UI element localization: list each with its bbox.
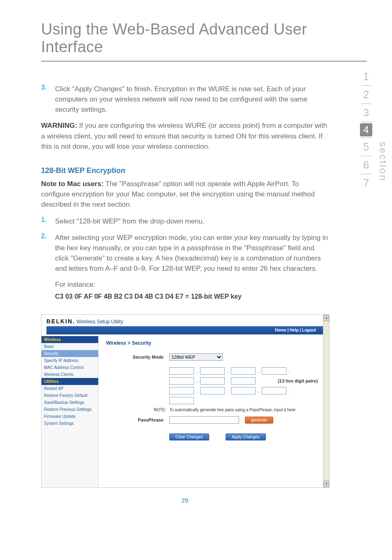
sidebar-item-system[interactable]: System Settings — [42, 420, 98, 427]
section-nav-3[interactable]: 3 — [354, 104, 378, 122]
passphrase-note: NOTE: To automatically generate hex pair… — [154, 408, 322, 412]
hex-field[interactable] — [262, 367, 286, 375]
page-title: Using the Web-Based Advanced User Interf… — [41, 21, 367, 56]
hex-field[interactable] — [231, 377, 256, 385]
clear-changes-button[interactable]: Clear Changes — [169, 433, 209, 440]
step-number: 3. — [41, 84, 55, 115]
sidebar-item-restore-prev[interactable]: Restore Previous Settings — [42, 406, 98, 413]
security-mode-select[interactable]: 128bit WEP — [169, 353, 223, 361]
top-links[interactable]: Home | Help | Logout — [275, 328, 316, 332]
sidebar-item-restore-default[interactable]: Restore Factory Default — [42, 392, 98, 399]
passphrase-label: PassPhrase — [106, 417, 169, 422]
subheading-128bit: 128-Bit WEP Encryption — [41, 166, 329, 175]
hex-field[interactable] — [169, 387, 194, 394]
hex-field[interactable] — [231, 387, 256, 394]
page-number: 29 — [41, 497, 329, 504]
shot-header: BELKIN. Wireless Setup Utility Home | He… — [42, 315, 329, 336]
security-mode-label: Security Mode — [106, 355, 169, 360]
step-text: After selecting your WEP encryption mode… — [55, 233, 329, 274]
title-divider — [41, 61, 367, 62]
hex-row-4 — [169, 397, 322, 404]
utility-screenshot: ▴ ▾ BELKIN. Wireless Setup Utility Home … — [41, 314, 330, 488]
step-number: 2. — [41, 233, 55, 274]
shot-sidebar: Wireless Basic Security Specify IP Addre… — [42, 336, 99, 488]
mac-note-label: Note to Mac users: — [41, 180, 104, 188]
section-nav: 1 2 3 4 5 6 7 — [354, 68, 378, 192]
apply-changes-button[interactable]: Apply Changes — [226, 433, 266, 440]
hex-field[interactable] — [200, 377, 225, 385]
section-nav-4-active[interactable]: 4 — [360, 123, 372, 136]
section-vertical-label: section — [377, 142, 389, 182]
sidebar-item-clients[interactable]: Wireless Clients — [42, 371, 98, 378]
hex-field[interactable] — [169, 397, 194, 404]
for-instance: For instance: — [55, 279, 329, 290]
section-nav-7[interactable]: 7 — [354, 174, 378, 192]
section-nav-2[interactable]: 2 — [354, 86, 378, 104]
hex-field[interactable] — [231, 367, 256, 375]
hex-example: C3 03 0F AF 0F 4B B2 C3 D4 4B C3 D4 E7 =… — [55, 293, 329, 300]
step-number: 1. — [41, 216, 55, 226]
warning-text: If you are configuring the wireless WURE… — [41, 122, 327, 150]
hex-field[interactable] — [262, 387, 286, 394]
security-mode-row: Security Mode 128bit WEP — [106, 353, 322, 361]
step-text: Click "Apply Changes" to finish. Encrypt… — [55, 84, 329, 115]
mac-note: Note to Mac users: The "Passphrase" opti… — [41, 179, 329, 210]
shot-panel: Wireless > Security Security Mode 128bit… — [99, 336, 329, 488]
sidebar-item-security[interactable]: Security — [42, 350, 98, 357]
step-text: Select "128-bit WEP" from the drop-down … — [55, 216, 205, 226]
sidebar-item-mac[interactable]: MAC Address Control — [42, 364, 98, 371]
section-nav-6[interactable]: 6 — [354, 156, 378, 174]
scroll-up-icon[interactable]: ▴ — [323, 315, 329, 321]
sidebar-group-utilities: Utilities — [42, 378, 98, 385]
warning-label: WARNING: — [41, 122, 77, 129]
sidebar-item-basic[interactable]: Basic — [42, 343, 98, 350]
hex-row-3: . . . . — [169, 387, 322, 394]
step-3: 3. Click "Apply Changes" to finish. Encr… — [41, 84, 329, 115]
sidebar-item-restart[interactable]: Restart AP — [42, 385, 98, 392]
section-nav-1[interactable]: 1 — [354, 68, 378, 85]
hex-field[interactable] — [200, 367, 225, 375]
hex-field[interactable] — [200, 387, 225, 394]
breadcrumb: Wireless > Security — [106, 340, 322, 346]
hex-row-1: . . . . — [169, 367, 322, 375]
warning-block: WARNING: If you are configuring the wire… — [41, 120, 329, 151]
nav-divider — [361, 122, 371, 122]
top-links-bar: Home | Help | Logout — [46, 326, 324, 334]
generate-button[interactable]: generate — [245, 417, 273, 424]
hex-field[interactable] — [169, 377, 194, 385]
brand-subtitle: Wireless Setup Utility — [75, 319, 123, 325]
hex-field[interactable] — [169, 367, 194, 375]
step-2: 2. After selecting your WEP encryption m… — [41, 233, 329, 274]
note-label: NOTE: — [154, 408, 169, 412]
passphrase-input[interactable] — [169, 416, 239, 424]
passphrase-row: PassPhrase generate — [106, 416, 322, 424]
step-1: 1. Select "128-bit WEP" from the drop-do… — [41, 216, 329, 226]
action-row: Clear Changes Apply Changes — [169, 433, 322, 440]
sidebar-item-save-backup[interactable]: Save/Backup Settings — [42, 399, 98, 406]
sidebar-item-ip[interactable]: Specify IP Address — [42, 357, 98, 364]
sidebar-group-wireless: Wireless — [42, 336, 98, 343]
note-text: To automatically generate hex pairs usin… — [169, 408, 295, 412]
hex-row-2: . . (13 hex digit pairs) — [169, 377, 322, 385]
brand-logo: BELKIN. — [46, 318, 75, 325]
hex-count-label: (13 hex digit pairs) — [278, 378, 318, 383]
section-nav-5[interactable]: 5 — [354, 138, 378, 156]
sidebar-item-firmware[interactable]: Firmware Update — [42, 413, 98, 420]
